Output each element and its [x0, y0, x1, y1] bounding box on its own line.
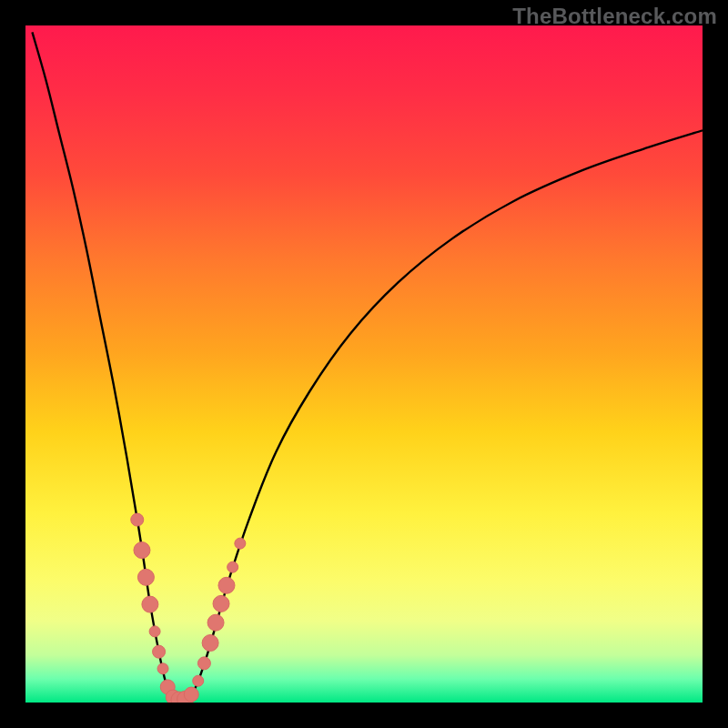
data-marker — [202, 635, 218, 652]
data-marker — [134, 542, 150, 559]
plot-area — [25, 25, 703, 703]
data-marker — [149, 626, 160, 637]
data-marker — [218, 577, 235, 593]
data-marker — [184, 687, 198, 702]
data-marker — [228, 561, 238, 572]
chart-frame: TheBottleneck.com — [0, 0, 728, 728]
bottleneck-chart-svg — [25, 25, 703, 703]
data-marker — [157, 663, 168, 674]
data-marker — [153, 645, 166, 658]
data-marker — [235, 538, 246, 549]
gradient-background — [25, 25, 703, 703]
data-marker — [142, 596, 158, 612]
data-marker — [193, 675, 204, 686]
data-marker — [207, 614, 224, 631]
data-marker — [197, 657, 210, 670]
watermark-text: TheBottleneck.com — [512, 4, 717, 29]
data-marker — [131, 513, 144, 526]
data-marker — [213, 595, 229, 612]
data-marker — [137, 569, 154, 585]
